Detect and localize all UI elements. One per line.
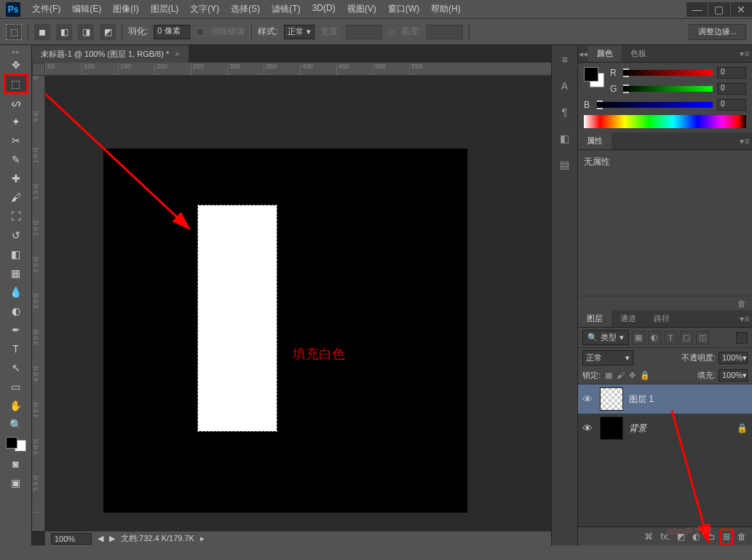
move-tool[interactable]: ✥	[5, 56, 27, 74]
trash-icon[interactable]: 🗑	[737, 299, 746, 309]
menu-window[interactable]: 窗口(W)	[382, 0, 425, 18]
canvas[interactable]: 填充白色	[103, 149, 467, 513]
brush-tool[interactable]: 🖌	[5, 189, 27, 206]
layer-name[interactable]: 图层 1	[629, 393, 654, 406]
layer-row[interactable]: 👁 背景 🔒	[578, 414, 752, 443]
menu-help[interactable]: 帮助(H)	[425, 0, 467, 18]
eyedropper-tool[interactable]: ✎	[5, 151, 27, 168]
dodge-tool[interactable]: ◐	[5, 302, 27, 320]
r-slider[interactable]	[623, 69, 713, 76]
history-panel-icon[interactable]: ≡	[556, 51, 574, 68]
ruler-vertical[interactable]: 55 01 0 01 5 02 0 02 5 03 0 03 5 04 0 04…	[32, 76, 45, 531]
eraser-tool[interactable]: ◧	[5, 245, 27, 263]
menu-filter[interactable]: 滤镜(T)	[266, 0, 306, 18]
b-slider[interactable]	[597, 101, 713, 109]
r-value[interactable]: 0	[717, 67, 746, 79]
lock-paint-icon[interactable]: 🖌	[617, 371, 625, 380]
paragraph-panel-icon[interactable]: ¶	[556, 103, 574, 121]
menu-select[interactable]: 选择(S)	[225, 0, 266, 18]
layer-thumbnail[interactable]	[600, 387, 623, 411]
rect-marquee-tool[interactable]: ⬚	[5, 75, 27, 92]
crop-tool[interactable]: ✂	[5, 132, 27, 149]
tab-layers[interactable]: 图层	[578, 310, 612, 327]
blur-tool[interactable]: 💧	[5, 283, 27, 301]
b-value[interactable]: 0	[717, 99, 746, 111]
ruler-horizontal[interactable]: 50100150200250300350400450500550	[45, 63, 551, 76]
lock-position-icon[interactable]: ✥	[629, 371, 636, 380]
path-select-tool[interactable]: ↖	[5, 359, 27, 376]
filter-pixel-icon[interactable]: ▦	[632, 331, 645, 344]
menu-image[interactable]: 图像(I)	[107, 0, 144, 18]
lock-transparency-icon[interactable]: ▦	[605, 371, 612, 380]
tab-swatches[interactable]: 色板	[622, 45, 655, 62]
quickmask-toggle[interactable]: ◙	[5, 455, 27, 473]
filter-switch[interactable]	[736, 332, 748, 344]
tools-collapse-toggle[interactable]: ▸▸	[0, 48, 31, 55]
character-panel-icon[interactable]: A	[556, 77, 574, 95]
filter-type-icon[interactable]: T	[664, 331, 677, 344]
g-slider[interactable]	[623, 85, 713, 92]
maximize-button[interactable]: ▢	[708, 2, 729, 17]
delete-layer-icon[interactable]: 🗑	[737, 532, 746, 542]
tab-channels[interactable]: 通道	[612, 310, 645, 327]
gradient-tool[interactable]: ▦	[5, 264, 27, 282]
opacity-input[interactable]: 100%▾	[719, 352, 748, 364]
color-swatch-pair[interactable]	[584, 67, 604, 87]
filter-kind-select[interactable]: 🔍类型▾	[582, 330, 629, 345]
new-layer-icon[interactable]: ⊞	[723, 532, 730, 542]
styles-panel-icon[interactable]: ◧	[556, 130, 574, 147]
ruler-origin[interactable]	[32, 63, 45, 76]
layer-name[interactable]: 背景	[629, 422, 646, 435]
menu-3d[interactable]: 3D(D)	[306, 0, 341, 18]
filter-shape-icon[interactable]: ▢	[680, 331, 693, 344]
hand-tool[interactable]: ✋	[5, 397, 27, 414]
visibility-toggle-icon[interactable]: 👁	[582, 422, 594, 434]
style-select[interactable]: 正常▾	[284, 25, 314, 39]
filter-adjust-icon[interactable]: ◐	[648, 331, 661, 344]
properties-panel-menu-icon[interactable]: ▾≡	[737, 133, 752, 149]
refine-edge-button[interactable]: 调整边缘...	[689, 24, 746, 40]
selection-new-icon[interactable]: ◼	[34, 24, 50, 40]
history-brush-tool[interactable]: ↺	[5, 226, 27, 244]
spectrum-picker[interactable]	[584, 115, 746, 128]
menu-type[interactable]: 文字(Y)	[184, 0, 225, 18]
actions-panel-icon[interactable]: ▤	[556, 156, 574, 173]
document-tab[interactable]: 未标题-1 @ 100% (图层 1, RGB/8) * ×	[32, 45, 189, 63]
selection-subtract-icon[interactable]: ◨	[78, 24, 94, 40]
document-tab-close-icon[interactable]: ×	[175, 50, 179, 58]
lock-all-icon[interactable]: 🔒	[640, 371, 650, 380]
close-button[interactable]: ✕	[730, 2, 752, 17]
pen-tool[interactable]: ✒	[5, 321, 27, 339]
menu-view[interactable]: 视图(V)	[341, 0, 382, 18]
color-panel-menu-icon[interactable]: ▾≡	[737, 45, 752, 62]
zoom-input[interactable]: 100%	[51, 533, 92, 545]
active-tool-icon[interactable]: ⬚	[6, 24, 22, 40]
filter-smart-icon[interactable]: ◫	[696, 331, 709, 344]
tab-paths[interactable]: 路径	[645, 310, 678, 327]
menu-file[interactable]: 文件(F)	[26, 0, 66, 18]
feather-input[interactable]: 0 像素	[154, 25, 190, 39]
clone-stamp-tool[interactable]: ⛶	[5, 208, 27, 225]
minimize-button[interactable]: —	[686, 2, 708, 17]
marquee-selection[interactable]	[198, 205, 277, 431]
layer-thumbnail[interactable]	[600, 417, 623, 440]
fill-input[interactable]: 100%▾	[719, 369, 748, 382]
layers-panel-menu-icon[interactable]: ▾≡	[737, 310, 752, 327]
foreground-color[interactable]	[6, 437, 17, 449]
tab-color[interactable]: 颜色	[588, 45, 622, 62]
selection-add-icon[interactable]: ◧	[56, 24, 72, 40]
color-swatches[interactable]	[6, 437, 26, 451]
lasso-tool[interactable]: ᔕ	[5, 94, 27, 111]
tab-properties[interactable]: 属性	[578, 133, 612, 149]
zoom-tool[interactable]: 🔍	[5, 416, 27, 433]
menu-layer[interactable]: 图层(L)	[145, 0, 185, 18]
healing-brush-tool[interactable]: ✚	[5, 170, 27, 187]
blend-mode-select[interactable]: 正常▾	[582, 350, 633, 366]
magic-wand-tool[interactable]: ✦	[5, 113, 27, 130]
link-layers-icon[interactable]: ⌘	[644, 532, 653, 542]
screenmode-toggle[interactable]: ▣	[5, 474, 27, 492]
g-value[interactable]: 0	[717, 83, 746, 95]
canvas-viewport[interactable]: 填充白色	[45, 76, 551, 531]
selection-intersect-icon[interactable]: ◩	[100, 24, 116, 40]
layer-row[interactable]: 👁 图层 1	[578, 384, 752, 414]
